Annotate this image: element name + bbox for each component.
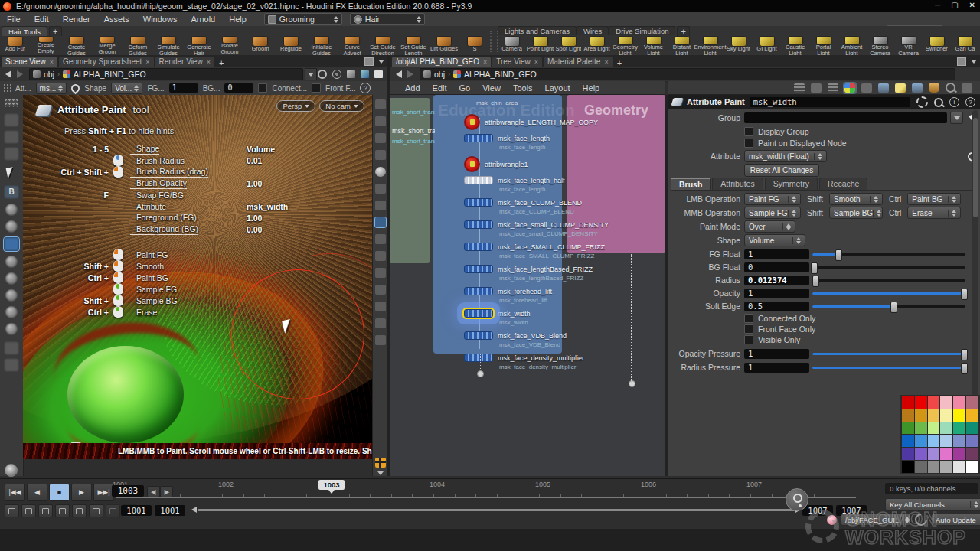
network-editor[interactable]: Education Edition Geometry msk_short_tra… [390,95,665,476]
radial-menu-select[interactable]: Hair [350,13,425,25]
magnet-tool-icon[interactable] [5,272,18,285]
pane-menu-icon[interactable] [378,60,384,64]
shelf-tool[interactable]: Point Light [526,36,554,55]
radius-slider[interactable] [812,275,965,285]
headlight-icon[interactable] [375,184,386,194]
color-swatch[interactable] [915,422,927,435]
shelf-tool[interactable]: Portal Light [809,36,838,55]
visible-only-checkbox[interactable] [744,335,753,344]
set-key-button[interactable] [786,488,808,511]
tree-icon[interactable] [811,83,822,93]
recook-icon[interactable] [913,511,930,529]
network-menu-item[interactable]: Add [400,83,426,93]
lmb-ctrl-select[interactable]: Paint BG [907,193,961,205]
menu-item[interactable]: File [0,15,28,24]
color-swatch[interactable] [915,448,927,460]
play-reverse-button[interactable]: ◀ [27,484,47,501]
node-body[interactable] [464,265,493,273]
color-swatch[interactable] [966,422,978,435]
shelf-tab[interactable]: Lights and Cameras [498,26,577,35]
update-mode-select[interactable]: Auto Update [931,514,980,526]
network-menu-item[interactable]: Help [577,83,606,93]
network-node[interactable]: msk_face_length msk_face_length [464,133,609,153]
node-body[interactable] [464,331,493,340]
menu-item[interactable]: Edit [28,15,56,24]
color-swatch[interactable] [966,409,978,422]
node-body[interactable] [464,220,493,229]
shelf-tool[interactable]: Merge Groom Objects [92,36,122,55]
shelf-tool[interactable]: Simulate Guides [153,36,184,55]
front-face-only-checkbox[interactable] [744,324,753,334]
home-view-icon[interactable] [4,130,19,144]
mmb-shift-select[interactable]: Sample BG [829,207,883,219]
shelf-tool[interactable]: S [459,36,488,55]
snapshot-icon[interactable] [374,70,383,78]
groom-tool-icon[interactable] [5,256,18,268]
color-swatch[interactable] [940,448,952,460]
magnet-tool-icon[interactable] [5,323,18,335]
shelf-tool[interactable]: Generate Hair [184,36,214,55]
node-body[interactable] [464,198,493,207]
back-icon[interactable] [5,70,11,78]
select-tool-icon[interactable] [4,167,19,181]
front-face-checkbox[interactable] [312,83,321,93]
network-node[interactable]: attribwrangle_LENGTH_MAP_COPY [464,113,609,131]
display-geometry-icon[interactable] [375,251,386,261]
help-icon[interactable]: ? [965,97,975,107]
desktop-select[interactable]: Grooming [264,13,342,25]
shelf-grip[interactable] [490,31,498,52]
color-swatch[interactable] [940,409,952,422]
node-body[interactable] [464,287,493,295]
pane-layout-icon[interactable] [364,57,374,66]
frame-view-icon[interactable] [4,147,19,161]
shelf-tool[interactable]: Ambient Light [838,36,866,55]
point-numbers-icon[interactable] [375,318,386,328]
realtime-toggle-icon[interactable] [5,504,19,517]
help-icon[interactable]: ? [360,83,371,93]
shelf-tool[interactable]: Isolate Groom Parts [214,36,245,55]
back-icon[interactable] [396,70,402,78]
snapshot-icon[interactable] [375,99,386,109]
path-field[interactable]: obj › ALPHA_BIND_GEO [29,68,303,80]
shelf-tool[interactable]: Create Empty Guide Groom [31,36,61,55]
scene-graph-icon[interactable] [375,116,386,126]
group-field[interactable] [744,112,947,123]
network-menu-item[interactable]: Go [454,83,476,93]
gear-icon[interactable] [916,96,928,108]
pane-menu-icon[interactable] [971,60,977,64]
network-node[interactable]: msk_forehead_lift msk_forehead_lift [464,286,609,306]
opacity-slider[interactable] [812,288,965,298]
fg-field[interactable]: 1 [169,83,198,93]
reset-all-changes-button[interactable]: Reset All Changes [744,164,819,177]
forward-icon[interactable] [17,70,23,78]
search-icon[interactable] [946,83,956,93]
color-swatch[interactable] [902,461,914,473]
shelf-tool[interactable]: Switcher [923,36,951,55]
color-swatch[interactable] [915,435,927,447]
shelf-tool[interactable]: Reguide [276,36,306,55]
color-swatch[interactable] [915,461,927,473]
view-tool-icon[interactable] [4,113,19,127]
points-display-icon[interactable] [375,268,386,278]
shelf-tab[interactable]: Wires [577,26,609,35]
gallery-icon[interactable] [929,83,939,93]
node-name-field[interactable]: msk_width [750,97,910,107]
shelf-tab-hair-tools[interactable]: Hair Tools [2,26,47,36]
camera-select[interactable]: Persp [276,100,315,112]
shelf-tool[interactable]: Lift Guides [429,36,459,55]
lighting-icon[interactable] [375,167,386,177]
color-swatch[interactable] [928,422,940,435]
color-swatch[interactable] [940,396,952,409]
playback-mode-icon[interactable] [55,504,70,517]
first-frame-button[interactable]: |◀◀ [5,484,25,501]
prev-frame-button[interactable]: ◀| [147,486,160,497]
network-menu-item[interactable]: Tools [508,83,538,93]
node-body[interactable] [464,354,493,362]
menu-item[interactable]: Windows [136,15,185,24]
color-swatch[interactable] [928,448,940,460]
pane-divider[interactable] [387,55,390,476]
shelf-tool[interactable]: GI Light [753,36,781,55]
opacity-pressure-slider[interactable] [812,348,965,359]
shelf-tab-add[interactable] [49,26,61,36]
node-body[interactable] [464,114,480,130]
